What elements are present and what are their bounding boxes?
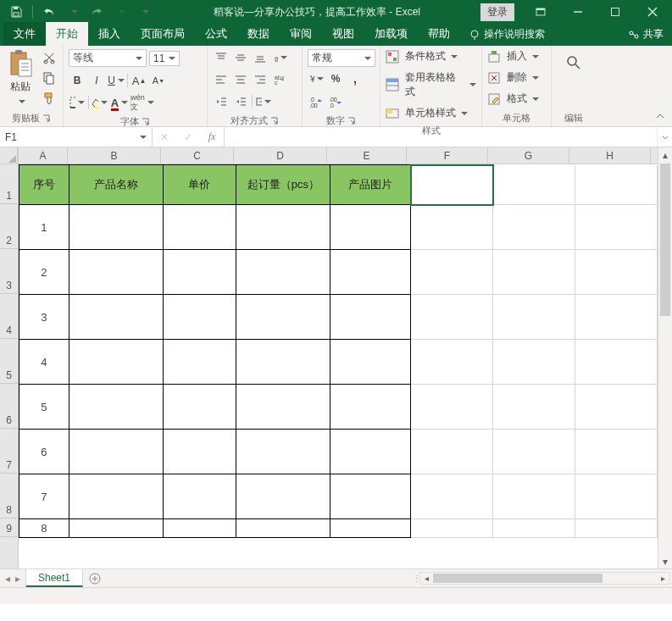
cell-G5[interactable] xyxy=(493,340,575,385)
cell-D4[interactable] xyxy=(236,295,330,340)
decrease-decimal-button[interactable]: .00.0 xyxy=(327,93,344,110)
col-header-H[interactable]: H xyxy=(569,147,651,164)
col-header-D[interactable]: D xyxy=(234,147,327,164)
cell-C4[interactable] xyxy=(163,295,236,340)
cell-H3[interactable] xyxy=(575,250,658,295)
delete-cells-button[interactable]: 删除 xyxy=(487,70,539,85)
wrap-text-button[interactable]: abc xyxy=(271,71,288,88)
tab-addins[interactable]: 加载项 xyxy=(364,22,418,46)
cell-E3[interactable] xyxy=(330,250,411,295)
cell-A6[interactable]: 5 xyxy=(19,385,69,430)
format-as-table-button[interactable]: 套用表格格式 xyxy=(386,70,476,99)
tab-help[interactable]: 帮助 xyxy=(418,22,460,46)
cell-G6[interactable] xyxy=(493,385,575,430)
col-header-C[interactable]: C xyxy=(161,147,234,164)
decrease-indent-button[interactable] xyxy=(213,93,230,110)
cell-B8[interactable] xyxy=(69,474,163,519)
cell-A7[interactable]: 6 xyxy=(19,430,69,474)
col-header-E[interactable]: E xyxy=(327,147,407,164)
cell-B4[interactable] xyxy=(69,295,163,340)
row-header-6[interactable]: 6 xyxy=(0,384,18,429)
font-color-button[interactable]: A xyxy=(111,94,128,111)
bold-button[interactable]: B xyxy=(69,72,86,89)
cell-G2[interactable] xyxy=(493,205,575,250)
copy-button[interactable] xyxy=(41,69,58,86)
cell-D9[interactable] xyxy=(236,519,330,538)
cell-G9[interactable] xyxy=(493,519,575,538)
save-icon[interactable] xyxy=(7,3,25,21)
font-launcher[interactable] xyxy=(142,118,150,126)
cell-E5[interactable] xyxy=(330,340,411,385)
cell-C7[interactable] xyxy=(163,430,236,474)
cells-area[interactable]: 序号产品名称单价起订量（pcs）产品图片12345678 xyxy=(19,164,658,568)
align-launcher[interactable] xyxy=(270,117,279,125)
login-button[interactable]: 登录 xyxy=(480,3,514,21)
tab-file[interactable]: 文件 xyxy=(3,22,46,46)
cell-C9[interactable] xyxy=(163,519,236,538)
cell-D2[interactable] xyxy=(236,205,330,250)
percent-button[interactable]: % xyxy=(327,70,344,87)
cell-F5[interactable] xyxy=(411,340,493,385)
cell-C2[interactable] xyxy=(163,205,236,250)
expand-formula-bar[interactable] xyxy=(657,127,672,147)
scroll-left-button[interactable]: ◂ xyxy=(420,574,433,583)
increase-decimal-button[interactable]: .0.00 xyxy=(308,93,325,110)
h-scroll-thumb[interactable] xyxy=(433,574,603,583)
align-middle-button[interactable] xyxy=(232,49,249,66)
align-bottom-button[interactable] xyxy=(252,49,269,66)
cell-B7[interactable] xyxy=(69,430,163,474)
tab-layout[interactable]: 页面布局 xyxy=(131,22,195,46)
minimize-icon[interactable] xyxy=(560,0,596,24)
tab-home[interactable]: 开始 xyxy=(46,22,88,46)
grow-font-button[interactable]: A▲ xyxy=(131,72,147,89)
cell-H5[interactable] xyxy=(575,340,658,385)
cell-B3[interactable] xyxy=(69,250,163,295)
cell-F6[interactable] xyxy=(411,385,493,430)
cell-G4[interactable] xyxy=(493,295,575,340)
phonetic-button[interactable]: wén文 xyxy=(134,94,151,111)
tab-split-handle[interactable]: ⋮ xyxy=(413,574,419,583)
cell-D3[interactable] xyxy=(236,250,330,295)
border-button[interactable] xyxy=(69,94,86,111)
font-size-dropdown[interactable]: 11 xyxy=(149,51,180,66)
align-right-button[interactable] xyxy=(252,71,269,88)
cell-B5[interactable] xyxy=(69,340,163,385)
cell-F3[interactable] xyxy=(411,250,493,295)
new-sheet-button[interactable] xyxy=(83,569,107,587)
cell-A3[interactable]: 2 xyxy=(19,250,69,295)
tab-insert[interactable]: 插入 xyxy=(88,22,131,46)
row-header-5[interactable]: 5 xyxy=(0,339,18,384)
comma-button[interactable]: , xyxy=(347,70,364,87)
cell-E9[interactable] xyxy=(330,519,411,538)
cell-B9[interactable] xyxy=(69,519,163,538)
row-header-4[interactable]: 4 xyxy=(0,294,18,339)
scroll-right-button[interactable]: ▸ xyxy=(657,574,669,583)
cell-D7[interactable] xyxy=(236,430,330,474)
cell-A9[interactable]: 8 xyxy=(19,519,69,538)
increase-indent-button[interactable] xyxy=(232,93,249,110)
align-center-button[interactable] xyxy=(232,71,249,88)
clipboard-launcher[interactable] xyxy=(42,114,51,123)
col-header-F[interactable]: F xyxy=(407,147,488,164)
row-header-8[interactable]: 8 xyxy=(0,474,18,518)
close-icon[interactable] xyxy=(635,0,670,24)
italic-button[interactable]: I xyxy=(88,72,105,89)
cell-B1[interactable]: 产品名称 xyxy=(69,165,163,205)
scroll-up-button[interactable]: ▴ xyxy=(658,147,672,162)
maximize-icon[interactable] xyxy=(597,0,633,24)
cell-A1[interactable]: 序号 xyxy=(19,165,69,205)
name-box[interactable]: F1 xyxy=(0,127,153,147)
orientation-button[interactable]: ab xyxy=(271,49,288,66)
undo-dropdown[interactable] xyxy=(64,3,82,21)
align-left-button[interactable] xyxy=(213,71,230,88)
find-icon[interactable] xyxy=(565,54,582,71)
cell-F1[interactable] xyxy=(411,165,493,205)
cell-H1[interactable] xyxy=(575,165,658,205)
cell-H4[interactable] xyxy=(575,295,658,340)
cell-E7[interactable] xyxy=(330,430,411,474)
cell-H2[interactable] xyxy=(575,205,658,250)
cell-A5[interactable]: 4 xyxy=(19,340,69,385)
cell-E4[interactable] xyxy=(330,295,411,340)
sheet-tab[interactable]: Sheet1 xyxy=(26,569,83,587)
row-header-3[interactable]: 3 xyxy=(0,249,18,294)
